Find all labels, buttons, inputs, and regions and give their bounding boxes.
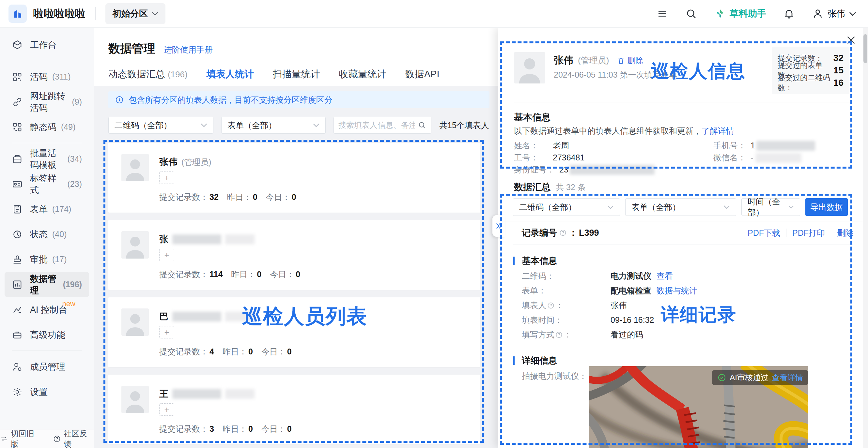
sidebar-footer: 切回旧版 社区反馈 <box>0 429 94 448</box>
field-filler: 填表人 ： 张伟 <box>522 300 627 311</box>
form-filter-dropdown[interactable]: 表单（全部） <box>221 117 326 134</box>
menu-icon[interactable] <box>656 8 668 20</box>
chevron-down-icon <box>607 205 614 209</box>
nav-divider <box>95 7 96 20</box>
person-stats-box: 提交记录数： 32 提交过的表单数： 15 提交过的二维码数： 16 <box>772 47 849 94</box>
sidebar-item-advanced-features[interactable]: 高级功能 <box>5 322 89 347</box>
basic-info-desc: 以下数据通过表单中的填表人信息组件获取和更新，了解详情 <box>514 126 734 136</box>
scrollbar-track[interactable] <box>863 28 868 448</box>
app-logo[interactable] <box>8 5 27 23</box>
form-icon <box>12 204 23 215</box>
sidebar-item-ai-console[interactable]: AI 控制台 new <box>5 297 89 322</box>
partition-selector[interactable]: 初始分区 <box>105 3 165 24</box>
help-circle-icon[interactable] <box>559 229 567 237</box>
chevron-down-icon <box>201 123 207 128</box>
qr-filter-dropdown[interactable]: 二维码（全部） <box>108 117 213 134</box>
search-input[interactable] <box>338 120 415 130</box>
section-accent-bar <box>513 256 515 265</box>
sidebar-item-forms[interactable]: 表单 (174) <box>5 197 89 222</box>
help-circle-icon[interactable] <box>547 302 555 309</box>
help-circle-icon[interactable] <box>555 331 563 339</box>
gear-icon <box>12 386 23 398</box>
person-card[interactable]: 张伟 (管理员) + 提交记录数：32 昨日：0 今日：0 <box>108 143 480 213</box>
sidebar-item-batch-templates[interactable]: 批量活码模板 (34) <box>5 146 89 172</box>
inspector-list: 张伟 (管理员) + 提交记录数：32 昨日：0 今日：0 张 <box>108 143 480 444</box>
briefcase-icon <box>12 329 23 340</box>
search-icon[interactable] <box>685 8 697 20</box>
sidebar-item-workbench[interactable]: 工作台 <box>5 32 89 57</box>
sidebar-item-settings[interactable]: 设置 <box>5 379 89 404</box>
pdf-download-link[interactable]: PDF下载 <box>748 228 780 238</box>
chevron-down-icon <box>849 11 856 16</box>
link-icon <box>12 97 23 108</box>
footer-divider <box>46 435 47 443</box>
add-tag-button[interactable]: + <box>159 403 174 416</box>
switch-old-version-link[interactable]: 切回旧版 <box>0 428 41 448</box>
sidebar-item-live-codes[interactable]: 活码 (311) <box>5 64 89 89</box>
new-badge: new <box>62 300 75 308</box>
panel-collapse-handle[interactable] <box>492 215 505 237</box>
form-filter-dropdown[interactable]: 表单（全部） <box>625 198 736 216</box>
notification-bell-icon[interactable] <box>783 8 795 20</box>
bar-chart-icon <box>12 279 23 290</box>
field-id-card: 身份证号： 23 <box>514 164 655 175</box>
field-form: 表单： 配电箱检查 数据与统计 <box>522 285 698 296</box>
member-icon <box>12 361 23 372</box>
trend-line-icon <box>12 304 23 315</box>
inspection-photo[interactable]: AI审核通过 查看详情 <box>589 366 808 448</box>
qr-code-icon <box>12 71 23 82</box>
qr-filter-dropdown[interactable]: 二维码（全部） <box>513 198 620 216</box>
person-stats: 提交记录数：114 昨日：0 今日：0 <box>159 269 300 280</box>
sidebar-item-label-styles[interactable]: 标签样式 (23) <box>5 172 89 197</box>
ai-review-detail-link[interactable]: 查看详情 <box>772 372 803 383</box>
field-name: 姓名： 老周 <box>514 140 569 151</box>
section-divider <box>514 102 852 102</box>
sidebar-item-data-management[interactable]: 数据管理 (196) <box>5 272 89 297</box>
chevron-down-icon <box>313 123 319 128</box>
delete-record-link[interactable]: 删除 <box>837 228 853 238</box>
view-qr-link[interactable]: 查看 <box>656 271 673 281</box>
export-data-button[interactable]: 导出数据 <box>805 198 848 216</box>
blurred-name <box>172 389 221 399</box>
sidebar-item-member-management[interactable]: 成员管理 <box>5 354 89 379</box>
avatar <box>514 52 545 83</box>
search-icon[interactable] <box>417 120 427 130</box>
add-tag-button[interactable]: + <box>159 172 174 184</box>
person-role: (管理员) <box>181 157 212 168</box>
close-icon[interactable] <box>845 34 857 46</box>
first-submit-time: 2024-06-05 11:03 第一次填写表单 <box>554 69 677 80</box>
partition-label: 初始分区 <box>113 8 148 20</box>
add-tag-button[interactable]: + <box>159 326 174 339</box>
record-id: 记录编号 ： L399 <box>522 227 599 239</box>
help-circle-icon <box>53 435 61 443</box>
ai-review-badge: AI审核通过 查看详情 <box>712 370 808 385</box>
top-navbar: 啦啦啦啦啦 初始分区 草料助手 <box>0 0 868 28</box>
person-card[interactable]: 巴 + 提交记录数：4 昨日：0 今日：0 <box>108 297 480 367</box>
person-card[interactable]: 王 + 提交记录数：3 昨日：0 今日：0 <box>108 375 480 444</box>
person-card[interactable]: 张 + 提交记录数：114 昨日：0 今日：0 <box>108 220 480 290</box>
time-filter-dropdown[interactable]: 时间（全部） <box>741 198 800 216</box>
data-statistics-link[interactable]: 数据与统计 <box>656 285 698 296</box>
pdf-print-link[interactable]: PDF打印 <box>792 228 825 238</box>
sidebar-item-url-redirect-codes[interactable]: 网址跳转活码 (9) <box>5 89 89 114</box>
sidebar-divider <box>12 61 82 61</box>
building-logo-icon <box>12 8 24 20</box>
blurred-phone <box>756 141 815 151</box>
field-fill-time: 填表时间： 09-16 16:32 <box>522 315 654 325</box>
assistant-label: 草料助手 <box>730 7 766 20</box>
delete-person-button[interactable]: 删除 <box>617 55 644 66</box>
sidebar-item-status[interactable]: 状态 (40) <box>5 222 89 247</box>
add-tag-button[interactable]: + <box>159 249 174 261</box>
scrollbar-thumb[interactable] <box>863 34 867 63</box>
record-basic-section: 基本信息 <box>513 255 557 267</box>
check-circle-icon <box>717 373 726 382</box>
assistant-entry[interactable]: 草料助手 <box>714 7 766 20</box>
field-qr-code: 二维码： 电力测试仪 查看 <box>522 271 673 281</box>
sidebar-item-approval[interactable]: 审批 (17) <box>5 247 89 272</box>
sidebar-item-static-codes[interactable]: 静态码 (49) <box>5 114 89 140</box>
user-menu[interactable]: 张伟 <box>812 8 856 20</box>
person-name: 张伟 <box>159 156 178 168</box>
manual-link[interactable]: 进阶使用手册 <box>164 44 213 55</box>
learn-more-link[interactable]: 了解详情 <box>702 126 734 135</box>
community-feedback-link[interactable]: 社区反馈 <box>53 428 94 448</box>
